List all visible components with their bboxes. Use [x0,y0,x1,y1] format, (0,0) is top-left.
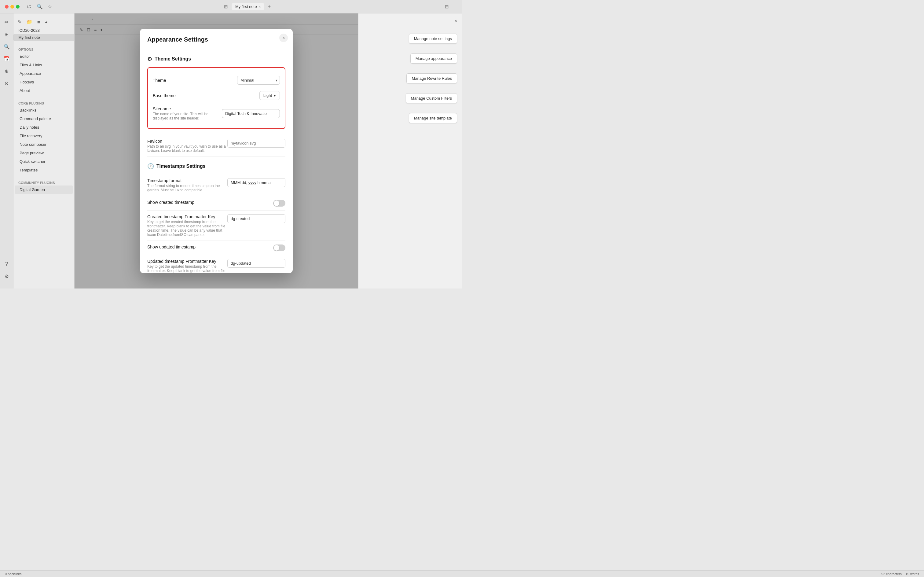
sidebar-item-layers[interactable]: ⊕ [2,66,11,76]
manage-rewrite-rules-button[interactable]: Manage Rewrite Rules [406,73,457,84]
show-updated-label-group: Show updated timestamp [147,245,196,249]
maximize-window-button[interactable] [16,5,19,8]
sort-icon[interactable]: ≡ [35,19,42,26]
favicon-label: Favicon [147,139,227,143]
favicon-input[interactable] [227,139,285,148]
sidebar-item-backlinks[interactable]: Backlinks [14,106,73,114]
layout-icon[interactable]: ⊟ [445,4,449,10]
sidebar-item-git[interactable]: ⊘ [2,78,11,88]
sidebar-item-search[interactable]: 🔍 [2,42,11,52]
theme-settings-icon: ⚙ [147,56,152,62]
timestamp-format-desc: The format string to render timestamp on… [147,184,227,192]
theme-select[interactable]: MinimalDefaultBlueDark [237,76,280,85]
favicon-row: Favicon Path to an svg in your vault you… [147,135,285,157]
sidebar-item-files-links[interactable]: Files & Links [14,61,73,69]
titlebar-left-icons: 🗂 🔍 ☆ [27,4,52,10]
updated-frontmatter-desc: Key to get the updated timestamp from th… [147,264,227,273]
sidebar-item-digital-garden[interactable]: Digital Garden [14,185,73,194]
theme-highlight-box: Theme MinimalDefaultBlueDark [147,67,285,129]
sidebar-item-templates[interactable]: Templates [14,166,73,174]
sidebar-item-calendar[interactable]: 📅 [2,54,11,64]
more-options-icon[interactable]: ⋯ [452,4,457,10]
tab-my-first-note[interactable]: My first note × [232,3,264,10]
manage-site-template-button[interactable]: Manage site template [409,113,457,123]
show-created-toggle[interactable] [273,200,285,206]
modal-body: ⚙ Theme Settings Theme [140,48,293,273]
sidebar-item-appearance[interactable]: Appearance [14,69,73,77]
show-created-label: Show created timestamp [147,200,194,205]
sidebar-folder-item[interactable]: ICD20-2023 [13,27,74,34]
show-created-label-group: Show created timestamp [147,200,194,205]
right-sidebar: × Manage note settings Manage appearance… [358,13,462,288]
sidebar-item-page-preview[interactable]: Page preview [14,149,73,157]
new-tab-button[interactable]: + [266,3,273,10]
created-frontmatter-label-group: Created timestamp Frontmatter Key Key to… [147,214,227,237]
sitename-row: Sitename The name of your site. This wil… [153,103,280,124]
sidebar-item-about[interactable]: About [14,87,73,95]
tab-close-button[interactable]: × [259,5,261,8]
sidebar-item-command-palette[interactable]: Command palette [14,114,73,123]
manage-site-template-section: Manage site template [363,111,457,126]
file-sidebar: ✎ 📁 ≡ ◂ ICD20-2023 My first note Options… [13,13,74,288]
timestamp-format-row: Timestamp format The format string to re… [147,174,285,196]
sidebar-item-hotkeys[interactable]: Hotkeys [14,78,73,86]
close-window-button[interactable] [5,5,8,8]
star-icon[interactable]: ☆ [48,4,52,10]
updated-frontmatter-row: Updated timestamp Frontmatter Key Key to… [147,255,285,273]
main-content: ← → ✎ ⊟ ≡ ♦ Appearance Settings × [74,13,358,288]
theme-settings-title: Theme Settings [155,56,191,62]
right-sidebar-close-button[interactable]: × [454,18,457,24]
manage-rewrite-rules-section: Manage Rewrite Rules [363,71,457,86]
sidebar-item-help[interactable]: ? [2,259,11,269]
timestamps-section: 🕐 Timestamps Settings Timestamp format T… [147,163,285,273]
favicon-control [227,139,285,148]
minimize-window-button[interactable] [10,5,14,8]
collapse-icon[interactable]: ◂ [43,18,49,26]
new-file-icon[interactable]: ✎ [16,18,24,26]
show-created-control [273,200,285,206]
titlebar-right-icons: ⊟ ⋯ [445,4,457,10]
modal-close-button[interactable]: × [279,34,288,42]
manage-appearance-button[interactable]: Manage appearance [410,53,457,64]
created-frontmatter-label: Created timestamp Frontmatter Key [147,214,227,219]
timestamp-format-input[interactable] [227,178,285,187]
sitename-label-group: Sitename The name of your site. This wil… [153,106,222,121]
appearance-settings-modal: Appearance Settings × ⚙ Theme Settings [140,29,293,273]
sidebar-item-file-recovery[interactable]: File recovery [14,132,73,140]
sitename-label: Sitename [153,106,222,111]
sidebar-toggle-icon[interactable]: ⊞ [224,4,228,10]
manage-note-settings-button[interactable]: Manage note settings [409,34,457,44]
app-container: ✏ ⊞ 🔍 📅 ⊕ ⊘ ? ⚙ ✎ 📁 ≡ ◂ ICD20-2023 My fi… [0,13,462,288]
sidebar-item-quick-switcher[interactable]: Quick switcher [14,157,73,166]
show-updated-label: Show updated timestamp [147,245,196,249]
base-theme-button[interactable]: Light ▾ [259,91,280,100]
theme-settings-header: ⚙ Theme Settings [147,56,285,62]
search-icon[interactable]: 🔍 [37,4,43,10]
timestamps-title: Timestamps Settings [156,163,206,169]
theme-control: MinimalDefaultBlueDark [237,76,280,85]
show-updated-toggle[interactable] [273,245,285,251]
base-theme-row: Base theme Light ▾ [153,88,280,103]
updated-frontmatter-input[interactable] [227,259,285,268]
created-frontmatter-control [227,214,285,223]
folder-icon[interactable]: 🗂 [27,4,32,10]
sidebar-item-daily-notes[interactable]: Daily notes [14,123,73,131]
sidebar-file-my-first-note[interactable]: My first note [13,34,74,41]
sitename-input[interactable] [222,109,280,118]
sidebar-item-edit[interactable]: ✏ [2,17,11,27]
updated-frontmatter-label: Updated timestamp Frontmatter Key [147,259,227,264]
created-frontmatter-input[interactable] [227,214,285,223]
base-theme-value: Light [263,93,272,98]
theme-label: Theme [153,78,166,83]
sidebar-item-settings[interactable]: ⚙ [2,271,11,281]
sidebar-item-files[interactable]: ⊞ [2,29,11,39]
manage-appearance-section: Manage appearance [363,51,457,66]
sidebar-item-editor[interactable]: Editor [14,52,73,61]
manage-custom-filters-section: Manage Custom Filters [363,91,457,106]
manage-custom-filters-button[interactable]: Manage Custom Filters [406,93,457,103]
new-folder-icon[interactable]: 📁 [25,18,34,26]
sidebar-item-note-composer[interactable]: Note composer [14,140,73,148]
favicon-label-group: Favicon Path to an svg in your vault you… [147,139,227,153]
base-theme-label-group: Base theme [153,93,176,98]
sitename-desc: The name of your site. This will be disp… [153,112,222,121]
